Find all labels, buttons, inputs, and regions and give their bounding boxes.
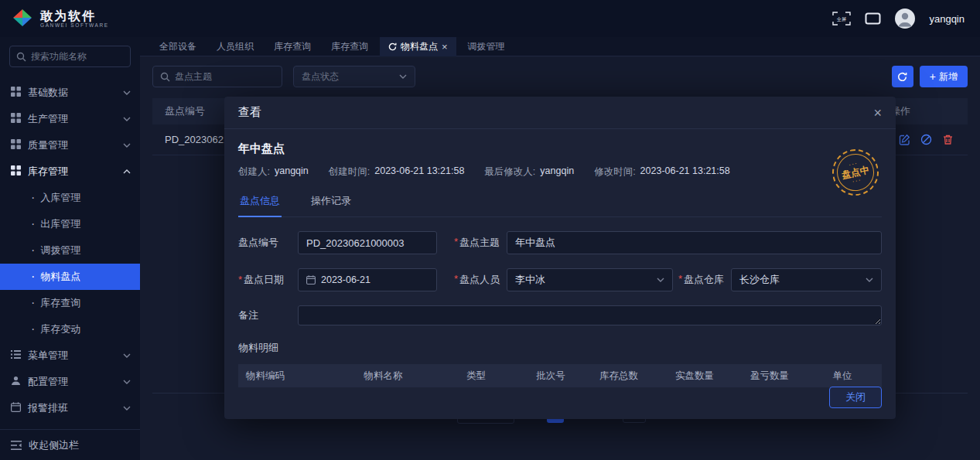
edit-icon[interactable] <box>899 134 910 145</box>
brand-name: 敢为软件 <box>40 9 109 23</box>
calendar-icon <box>306 275 316 285</box>
tab-bar: 全部设备 人员组织 库存查询 库存查询 物料盘点 × 调拨管理 <box>140 37 980 56</box>
sidebar-item-alarm-schedule[interactable]: 报警排班 <box>0 395 140 421</box>
meta-value: 2023-06-21 13:21:58 <box>640 165 730 179</box>
sidebar-item-stock-query[interactable]: ·库存查询 <box>0 290 140 316</box>
brand: 敢为软件 GANWEI SOFTWARE <box>11 8 109 30</box>
warehouse-select[interactable]: 长沙仓库 <box>731 268 882 291</box>
sidebar-item-transfer[interactable]: ·调拨管理 <box>0 237 140 264</box>
sidebar-item-inventory[interactable]: 库存管理 <box>0 158 140 185</box>
chevron-down-icon <box>123 143 131 148</box>
warehouse-label: *盘点仓库 <box>673 273 731 287</box>
sidebar-item-label: 基础数据 <box>28 86 116 100</box>
sidebar-subitem-label: 库存查询 <box>40 296 80 310</box>
person-select[interactable]: 李中冰 <box>507 268 673 291</box>
tab-label: 调拨管理 <box>468 40 505 53</box>
sidebar-search-input[interactable] <box>31 51 124 62</box>
material-detail-title: 物料明细 <box>238 341 882 355</box>
meta-value: yangqin <box>275 165 309 179</box>
sidebar-item-production[interactable]: 生产管理 <box>0 106 140 132</box>
code-input[interactable] <box>298 231 437 254</box>
subject-input[interactable] <box>507 231 882 254</box>
close-icon[interactable]: × <box>442 42 448 52</box>
sidebar-subitem-label: 调拨管理 <box>40 244 80 257</box>
tab-material-count[interactable]: 物料盘点 × <box>380 37 456 56</box>
close-button[interactable]: 关闭 <box>829 387 882 408</box>
close-icon[interactable]: × <box>873 106 882 120</box>
sidebar-subitem-label: 出库管理 <box>40 217 80 231</box>
person-value: 李中冰 <box>515 273 545 287</box>
sidebar: 基础数据 生产管理 质量管理 库存管理 ·入库管理 ·出库管理 ·调拨管理 ·物… <box>0 37 140 460</box>
status-select[interactable]: 盘点状态 <box>293 66 415 87</box>
delete-icon[interactable] <box>942 134 954 145</box>
refresh-icon[interactable] <box>388 43 397 51</box>
refresh-button[interactable] <box>892 66 913 87</box>
meta-label: 修改时间: <box>594 165 635 179</box>
date-label: *盘点日期 <box>238 273 298 287</box>
detail-col-header: 物料编码 <box>238 370 331 383</box>
sidebar-search[interactable] <box>9 46 131 67</box>
sidebar-item-label: 生产管理 <box>28 112 116 126</box>
sidebar-item-outbound[interactable]: ·出库管理 <box>0 211 140 237</box>
tab-personnel[interactable]: 人员组织 <box>208 37 262 56</box>
list-icon <box>11 349 21 362</box>
sidebar-item-quality[interactable]: 质量管理 <box>0 132 140 158</box>
detail-col-header: 实盘数量 <box>653 370 736 383</box>
required-asterisk: * <box>454 236 458 250</box>
svg-text:全屏: 全屏 <box>836 17 846 22</box>
tab-count-info[interactable]: 盘点信息 <box>238 189 282 217</box>
sidebar-subitem-label: 库存变动 <box>40 322 80 336</box>
tab-operation-log[interactable]: 操作记录 <box>309 189 353 216</box>
record-title: 年中盘点 <box>238 141 882 156</box>
add-button[interactable]: + 新增 <box>920 66 968 87</box>
sidebar-item-stock-change[interactable]: ·库存变动 <box>0 316 140 342</box>
sidebar-item-label: 配置管理 <box>28 375 116 389</box>
view-dialog: 查看 × ··· 盘点中 ··· 年中盘点 创建人:yangqin 创建时间:2… <box>224 97 896 419</box>
fullscreen-icon[interactable]: 全屏 <box>832 12 851 26</box>
tab-all-devices[interactable]: 全部设备 <box>151 37 205 56</box>
meta-label: 创建时间: <box>329 165 370 179</box>
brand-subtitle: GANWEI SOFTWARE <box>40 22 109 28</box>
remark-textarea[interactable] <box>298 305 882 325</box>
sidebar-subitem-label: 物料盘点 <box>40 270 80 284</box>
meta-label: 最后修改人: <box>484 165 535 179</box>
detail-col-header: 类型 <box>435 370 517 383</box>
subject-label: *盘点主题 <box>437 236 507 250</box>
sidebar-item-menu-mgmt[interactable]: 菜单管理 <box>0 342 140 369</box>
username[interactable]: yangqin <box>929 13 965 25</box>
material-detail-header: 物料编码 物料名称 类型 批次号 库存总数 实盘数量 盈亏数量 单位 <box>238 364 882 387</box>
sidebar-item-basic-data[interactable]: 基础数据 <box>0 80 140 106</box>
tab-stock-query-2[interactable]: 库存查询 <box>323 37 377 56</box>
date-input[interactable]: 2023-06-21 <box>298 268 437 291</box>
sidebar-item-material-count[interactable]: ·物料盘点 <box>0 264 140 290</box>
status-select-placeholder: 盘点状态 <box>302 70 339 83</box>
chevron-down-icon <box>657 278 664 282</box>
monitor-icon[interactable] <box>865 12 881 25</box>
collapse-sidebar-label: 收起侧边栏 <box>29 438 79 452</box>
sidebar-subitem-label: 入库管理 <box>40 191 80 205</box>
subject-search-input[interactable] <box>175 71 275 82</box>
calendar-icon <box>11 402 21 414</box>
tab-stock-query-1[interactable]: 库存查询 <box>265 37 319 56</box>
invalidate-icon[interactable] <box>920 134 932 145</box>
chevron-down-icon <box>399 74 407 79</box>
meta-label: 创建人: <box>238 165 270 179</box>
warehouse-value: 长沙仓库 <box>739 273 780 287</box>
grid-icon <box>11 87 21 99</box>
avatar[interactable] <box>895 9 915 29</box>
tab-transfer-mgmt[interactable]: 调拨管理 <box>459 37 514 56</box>
detail-col-header: 物料名称 <box>331 370 435 383</box>
subject-search[interactable] <box>152 66 282 87</box>
dialog-tabs: 盘点信息 操作记录 <box>238 189 882 217</box>
tab-label: 库存查询 <box>331 40 368 53</box>
chevron-down-icon <box>123 353 131 358</box>
chevron-up-icon <box>123 169 131 174</box>
stamp-label: 盘点中 <box>841 165 870 179</box>
sidebar-item-label: 菜单管理 <box>28 349 116 363</box>
sidebar-item-inbound[interactable]: ·入库管理 <box>0 185 140 211</box>
sidebar-item-config-mgmt[interactable]: 配置管理 <box>0 369 140 395</box>
collapse-sidebar[interactable]: 收起侧边栏 <box>0 429 140 460</box>
record-meta: 创建人:yangqin 创建时间:2023-06-21 13:21:58 最后修… <box>238 165 882 179</box>
required-asterisk: * <box>238 274 242 285</box>
stamp-decoration: ··· <box>852 178 862 184</box>
